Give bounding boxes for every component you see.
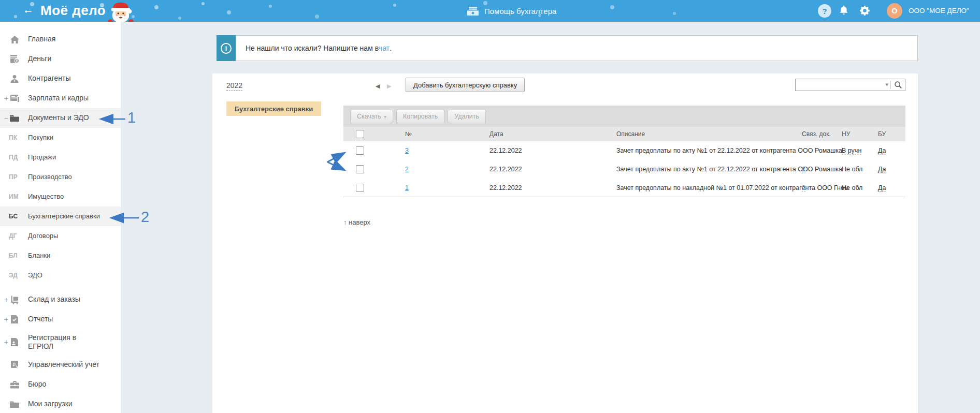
sidebar-item-imushchestvo[interactable]: ИМ Имущество [0, 187, 121, 207]
svg-text:₽: ₽ [16, 59, 18, 63]
row-checkbox[interactable] [356, 184, 364, 192]
sidebar-item-buhgalterskie-spravki[interactable]: БС Бухгалтерские справки [0, 207, 121, 226]
help-icon[interactable]: ? [818, 4, 831, 18]
row-nu-value[interactable]: В ручн [842, 147, 861, 155]
sidebar-item-blanki[interactable]: БЛ Бланки [0, 246, 121, 266]
sidebar-item-label: Мои загрузки [28, 400, 73, 409]
app-logo[interactable]: Моё дело [40, 3, 106, 19]
sidebar-item-label: Покупки [28, 134, 53, 142]
sidebar-item-dengi[interactable]: ₽ Деньги [0, 49, 121, 69]
select-all-checkbox[interactable] [356, 130, 364, 138]
table-toolbar: Скачать▾ Копировать Удалить [343, 106, 905, 127]
home-icon [8, 36, 21, 43]
settings-gear-icon[interactable] [860, 6, 870, 18]
sidebar-item-upravlencheskiy-uchet[interactable]: ₽ Управленческий учет [0, 355, 121, 375]
sidebar-item-moi-zagruzki[interactable]: Мои загрузки [0, 394, 121, 413]
banner-text-end: . [390, 44, 392, 52]
salary-icon [8, 95, 21, 102]
table-row: 1 22.12.2022 Зачет предоплаты по накладн… [343, 179, 905, 197]
santa-decoration [105, 1, 136, 22]
briefcase-icon [8, 381, 21, 389]
col-number: № [405, 130, 412, 138]
year-next-icon[interactable]: ▶ [387, 83, 391, 90]
snowflakes-decoration [0, 0, 2, 2]
sidebar-item-label: Продажи [28, 153, 56, 161]
registration-icon [8, 338, 21, 346]
sidebar-item-glavnaya[interactable]: Главная [0, 30, 121, 49]
sidebar-item-byuro[interactable]: Бюро [0, 375, 121, 394]
delete-button[interactable]: Удалить [448, 110, 486, 123]
sidebar-item-code: БЛ [9, 252, 18, 259]
sidebar-item-label: Регистрация в ЕГРЮЛ [28, 333, 100, 351]
sidebar-item-pokupki[interactable]: ПК Покупки [0, 128, 121, 148]
chat-link[interactable]: чат [379, 44, 390, 52]
download-button[interactable]: Скачать▾ [350, 110, 393, 123]
back-to-top-link[interactable]: ↑ наверх [343, 218, 370, 226]
tab-buhgalterskie-spravki[interactable]: Бухгалтерские справки [226, 101, 321, 116]
sidebar-item-label: Управленческий учет [28, 360, 99, 370]
sidebar-item-code: ПД [9, 154, 18, 161]
annotation-double-arrow [323, 147, 353, 175]
sidebar-item-edo[interactable]: ЭД ЭДО [0, 266, 121, 285]
sidebar-item-sklad[interactable]: + Склад и заказы [0, 290, 121, 309]
year-prev-icon[interactable]: ◀ [376, 83, 380, 90]
info-icon: i [221, 43, 232, 54]
sidebar-item-label: Договоры [28, 232, 58, 240]
sidebar-item-code: ПК [9, 134, 17, 141]
main-panel: 2022 ◀ ▶ Добавить бухгалтерскую справку … [212, 73, 918, 413]
sidebar-item-code: ИМ [9, 193, 19, 200]
search-magnifier-icon[interactable] [894, 81, 902, 91]
row-nu-value[interactable]: Не обл [842, 166, 862, 173]
sidebar-item-label: Документы и ЭДО [28, 113, 89, 123]
sidebar-item-registraciya-egrul[interactable]: + Регистрация в ЕГРЮЛ [0, 329, 121, 355]
company-name[interactable]: ООО "МОЕ ДЕЛО" [909, 7, 969, 14]
col-description: Описание [616, 130, 645, 138]
sidebar-item-otchety[interactable]: + Отчеты [0, 309, 121, 329]
search-dropdown-caret-icon[interactable]: ▾ [885, 81, 888, 88]
annotation-arrow-2 [107, 211, 142, 225]
row-number-link[interactable]: 1 [405, 184, 409, 191]
accountant-help-link[interactable]: Помощь бухгалтера [467, 0, 556, 22]
copy-button[interactable]: Копировать [396, 110, 444, 123]
row-description: Зачет предоплаты по накладной №1 от 01.0… [616, 184, 849, 191]
sidebar-item-dogovory[interactable]: ДГ Договоры [0, 226, 121, 246]
annotation-step-1: 1 [127, 109, 136, 126]
sidebar-item-prodazhi[interactable]: ПД Продажи [0, 148, 121, 167]
contractors-icon [8, 75, 21, 83]
back-arrow-icon[interactable]: ← [23, 4, 34, 16]
documents-table: Скачать▾ Копировать Удалить № Дата Описа… [343, 106, 905, 197]
row-checkbox[interactable] [356, 165, 364, 173]
sidebar-item-label: Главная [28, 35, 55, 44]
sidebar-item-zarplata[interactable]: + Зарплата и кадры [0, 89, 121, 108]
sidebar-item-label: Имущество [28, 193, 64, 201]
info-banner: i Не нашли что искали? Напишите нам в ча… [217, 35, 918, 61]
cashbox-icon [467, 7, 479, 16]
sidebar-item-label: Склад и заказы [28, 295, 80, 304]
sidebar-item-label: Бюро [28, 380, 46, 389]
row-bu-value[interactable]: Да [878, 184, 886, 191]
sidebar-item-proizvodstvo[interactable]: ПР Производство [0, 167, 121, 187]
year-selector[interactable]: 2022 [226, 81, 242, 91]
notifications-bell-icon[interactable] [840, 6, 848, 18]
sidebar-item-code: ДГ [9, 232, 17, 240]
row-nu-value[interactable]: Не обл [842, 184, 862, 191]
row-bu-value[interactable]: Да [878, 166, 886, 173]
row-linked-docs-link[interactable]: 2 [802, 184, 805, 191]
row-linked-docs-link[interactable]: 2 [802, 166, 805, 173]
row-bu-value[interactable]: Да [878, 147, 886, 155]
add-accounting-note-button[interactable]: Добавить бухгалтерскую справку [406, 78, 525, 92]
reports-icon [8, 315, 21, 323]
row-number-link[interactable]: 2 [405, 166, 409, 173]
annotation-step-2: 2 [141, 209, 149, 226]
search-input[interactable] [798, 80, 881, 90]
row-number-link[interactable]: 3 [405, 147, 409, 154]
col-bu: БУ [878, 130, 886, 138]
annotation-arrow-1 [96, 112, 128, 126]
topbar: ← Моё дело Помощь бухгалтера ? [0, 0, 980, 22]
user-avatar[interactable]: О [887, 3, 902, 19]
sidebar-item-kontragenty[interactable]: Контрагенты [0, 69, 121, 89]
search-combo: ▾ [795, 79, 905, 91]
table-header: № Дата Описание Связ. док. НУ БУ [343, 127, 905, 141]
row-checkbox[interactable] [356, 146, 364, 155]
banner-text: Не нашли что искали? Напишите нам в [246, 44, 379, 52]
